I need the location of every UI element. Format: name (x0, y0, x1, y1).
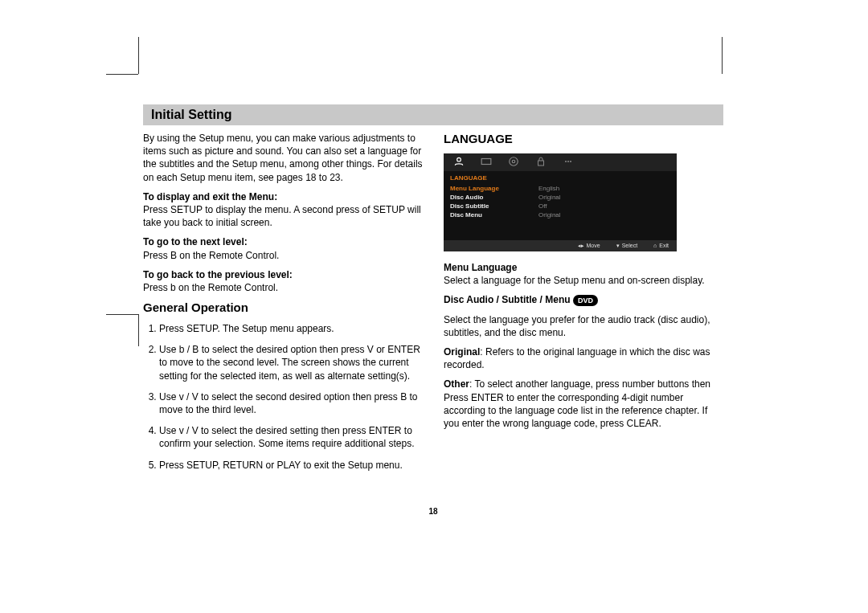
svg-point-0 (457, 157, 461, 161)
language-heading: LANGUAGE (444, 132, 723, 145)
osd-section-title: LANGUAGE (450, 174, 670, 182)
menu-language-body: Select a language for the Setup menu and… (444, 275, 705, 286)
svg-rect-1 (481, 159, 491, 165)
osd-value: English (538, 185, 559, 192)
original-label: Original (444, 346, 480, 358)
other-body: : To select another language, press numb… (444, 378, 710, 429)
osd-key: Menu Language (450, 185, 538, 192)
svg-point-2 (510, 157, 518, 166)
heading-prev-level: To go back to the previous level: (143, 269, 293, 280)
list-item: Use v / V to select the desired setting … (159, 424, 423, 450)
list-item: Press SETUP, RETURN or PLAY to exit the … (159, 459, 423, 472)
disc-language-body: Select the language you prefer for the a… (444, 313, 723, 339)
svg-point-7 (570, 161, 571, 162)
osd-value: Original (538, 211, 561, 219)
osd-screenshot: LANGUAGE Menu Language English Disc Audi… (444, 153, 677, 251)
svg-point-3 (512, 160, 515, 163)
intro-paragraph: By using the Setup menu, you can make va… (143, 132, 423, 184)
osd-footer: ◂▸Move ▾Select ⌂Exit (444, 240, 677, 251)
heading-display-exit: To display and exit the Menu: (143, 191, 277, 202)
osd-value: Off (538, 202, 547, 210)
manual-page: Initial Setting By using the Setup menu,… (143, 104, 723, 516)
osd-row: Disc Subtitle Off (450, 202, 670, 210)
crop-mark (106, 314, 138, 315)
section-title-bar: Initial Setting (143, 104, 723, 125)
svg-rect-4 (538, 161, 544, 166)
osd-body: LANGUAGE Menu Language English Disc Audi… (444, 171, 677, 240)
display-tab-icon (479, 157, 493, 167)
original-body: : Refers to the original language in whi… (444, 346, 710, 370)
body-prev-level: Press b on the Remote Control. (143, 282, 278, 293)
list-item: Use v / V to select the second desired o… (159, 390, 423, 416)
crop-mark (138, 37, 139, 74)
audio-tab-icon (506, 156, 521, 169)
dvd-badge: DVD (573, 295, 598, 306)
osd-row: Menu Language English (450, 184, 670, 193)
other-tab-icon (561, 157, 575, 168)
language-tab-icon (452, 156, 466, 169)
osd-row: Disc Menu Original (450, 210, 670, 219)
crop-mark (106, 74, 138, 75)
osd-hint-move: ◂▸Move (578, 243, 600, 249)
heading-next-level: To go to the next level: (143, 236, 248, 247)
crop-mark (722, 37, 723, 74)
page-number: 18 (143, 507, 723, 516)
body-next-level: Press B on the Remote Control. (143, 250, 279, 261)
list-item: Press SETUP. The Setup menu appears. (159, 322, 423, 335)
osd-key: Disc Audio (450, 194, 538, 201)
body-display-exit: Press SETUP to display the menu. A secon… (143, 204, 421, 228)
osd-hint-select: ▾Select (616, 243, 637, 249)
osd-key: Disc Menu (450, 211, 538, 219)
general-operation-heading: General Operation (143, 300, 423, 314)
svg-point-6 (567, 161, 569, 162)
disc-language-heading: Disc Audio / Subtitle / Menu (444, 294, 571, 305)
osd-tab-bar (444, 153, 677, 171)
osd-value: Original (538, 194, 561, 201)
osd-row: Disc Audio Original (450, 193, 670, 202)
two-column-layout: By using the Setup menu, you can make va… (143, 132, 723, 480)
osd-hint-exit: ⌂Exit (653, 243, 669, 249)
other-label: Other (444, 378, 469, 390)
lock-tab-icon (534, 156, 548, 169)
svg-point-5 (565, 161, 567, 162)
crop-mark (138, 314, 139, 346)
menu-language-heading: Menu Language (444, 262, 517, 273)
right-column: LANGUAGE (444, 132, 723, 480)
list-item: Use b / B to select the desired option t… (159, 343, 423, 382)
osd-key: Disc Subtitle (450, 202, 538, 210)
left-column: By using the Setup menu, you can make va… (143, 132, 423, 480)
general-operation-list: Press SETUP. The Setup menu appears. Use… (143, 322, 423, 472)
